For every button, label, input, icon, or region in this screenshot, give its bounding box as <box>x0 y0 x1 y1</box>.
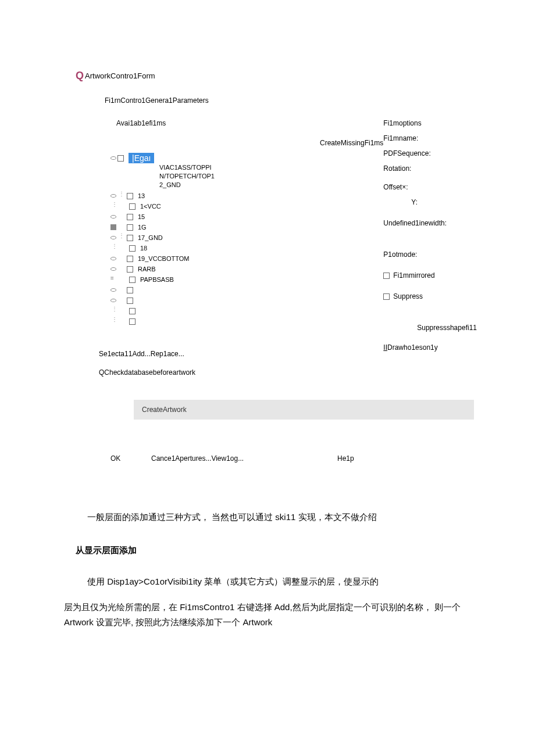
expand-icon[interactable] <box>110 215 116 218</box>
checkbox-icon[interactable] <box>129 308 135 314</box>
spacer <box>117 256 126 261</box>
offset-x-label: Offset×: <box>383 183 477 191</box>
bars-icon <box>110 277 119 282</box>
spacer <box>120 308 128 314</box>
available-films-label: Avai1ab1efi1ms <box>116 119 383 127</box>
expand-icon[interactable] <box>110 299 116 302</box>
plot-mode-label: P1otmode: <box>383 250 477 259</box>
expand-icon[interactable] <box>110 156 116 160</box>
tree-highlight-label[interactable]: |Egaı <box>129 153 154 163</box>
checkbox-icon[interactable] <box>127 224 133 231</box>
tree-sub-line: N/TOPETCH/TOP1 <box>159 172 383 181</box>
tree-item[interactable] <box>110 306 383 316</box>
tree-item-top[interactable]: |Egaı <box>110 153 383 163</box>
expand-icon[interactable] <box>110 194 116 198</box>
draw-holes-only[interactable]: IIDrawho1eson1y <box>383 343 477 352</box>
checkbox-icon[interactable] <box>117 155 124 162</box>
offset-y-label: Y: <box>411 198 477 206</box>
expand-icon[interactable] <box>110 236 116 239</box>
spacer <box>117 287 126 293</box>
tree-item-label: 15 <box>138 213 145 221</box>
tree-item-label: 1<VCC <box>140 203 161 210</box>
doc-paragraph-1: 一般层面的添加通过三种方式， 当然也可以通过 ski11 实现，本文不做介绍 <box>87 509 477 525</box>
spacer <box>117 224 126 230</box>
check-database-option[interactable]: QCheckdatabasebeforeartwork <box>99 368 383 377</box>
tabs-label[interactable]: Fi1rnContro1Genera1Parameters <box>105 96 477 105</box>
spacer <box>120 277 128 282</box>
suppress-label: Suppress <box>393 292 423 300</box>
films-tree[interactable]: |Egaı VIAC1ASS/TOPPI N/TOPETCH/TOP1 2_GN… <box>110 153 383 327</box>
checkbox-icon[interactable] <box>127 193 133 199</box>
tree-item-label: PAPBSASB <box>140 276 174 284</box>
tree-item[interactable]: 15 <box>110 212 383 222</box>
tree-item-label: 18 <box>140 245 147 252</box>
checkbox-icon[interactable] <box>383 293 390 300</box>
checkbox-icon[interactable] <box>127 235 133 241</box>
film-options-panel: Fi1moptions Fi1mname: PDFSequence: Rotat… <box>383 119 477 377</box>
tree-item-label: 19_VCCBOTTOM <box>138 255 189 263</box>
drawhole-label: Drawho1eson1y <box>387 343 438 352</box>
checkbox-icon[interactable] <box>129 318 135 325</box>
undefined-linewidth-label: Undefined1inewidth: <box>383 219 477 227</box>
doc-heading: 从显示层面添加 <box>76 545 477 556</box>
checkbox-icon[interactable] <box>127 256 133 262</box>
dialog-buttons: OK Cance1Apertures...View1og... He1p <box>110 454 477 463</box>
suppress-shape-fill[interactable]: Suppressshapefi11 <box>383 324 477 332</box>
ok-button[interactable]: OK <box>110 454 151 463</box>
dots-icon <box>110 318 119 324</box>
tree-item[interactable]: 13 <box>110 191 383 201</box>
tree-item[interactable]: 1<VCC <box>110 201 383 212</box>
film-mirrored-label: Fi1mmirrored <box>393 271 434 280</box>
tree-item[interactable] <box>110 285 383 295</box>
film-mirrored-checkbox[interactable]: Fi1mmirrored <box>383 271 477 280</box>
cancel-apertures-viewlog[interactable]: Cance1Apertures...View1og... <box>151 454 337 463</box>
spacer <box>120 203 128 209</box>
checkbox-icon[interactable] <box>127 287 133 293</box>
dialog-title: ArtworkContro1Form <box>85 71 155 80</box>
tree-item[interactable] <box>110 295 383 306</box>
tree-item[interactable]: 1G <box>110 222 383 232</box>
expand-icon[interactable] <box>110 257 116 260</box>
dots-icon <box>110 245 119 251</box>
expand-icon[interactable] <box>110 267 116 271</box>
pdf-sequence-label: PDFSequence: <box>383 149 477 157</box>
checkbox-icon[interactable] <box>127 298 133 304</box>
checkbox-icon[interactable] <box>127 214 133 220</box>
create-artwork-button[interactable]: CreateArtwork <box>134 400 474 420</box>
tree-sub-line: VIAC1ASS/TOPPI <box>159 163 383 172</box>
checkbox-icon[interactable] <box>383 273 390 279</box>
help-button[interactable]: He1p <box>337 454 354 463</box>
dots-icon <box>110 203 119 209</box>
checkbox-icon[interactable] <box>127 266 133 273</box>
filled-icon[interactable] <box>110 224 116 230</box>
tree-item[interactable]: 19_VCCBOTTOM <box>110 253 383 264</box>
checkbox-icon[interactable] <box>129 203 135 210</box>
spacer <box>117 266 126 272</box>
checkbox-icon[interactable] <box>129 277 135 283</box>
doc-paragraph-3: 层为且仅为光绘所需的层，在 Fi1msContro1 右键选择 Add,然后为此… <box>64 600 477 629</box>
dots-icon <box>117 193 126 199</box>
tree-item[interactable]: PAPBSASB <box>110 274 383 285</box>
spacer <box>117 214 126 220</box>
film-name-label: Fi1mname: <box>383 134 477 142</box>
dots-icon <box>117 235 126 241</box>
tree-item-label: RARB <box>138 266 156 273</box>
tree-item[interactable]: 17_GND <box>110 232 383 243</box>
tree-sub-line: 2_GND <box>159 181 383 189</box>
tree-item-label: 1G <box>138 224 147 231</box>
select-all-add-replace[interactable]: Se1ecta11Add...Rep1ace... <box>99 350 383 358</box>
main-area: Avai1ab1efi1ms CreateMissingFi1ms |Egaı … <box>76 119 477 377</box>
rotation-label: Rotation: <box>383 164 477 173</box>
suppress-checkbox[interactable]: Suppress <box>383 292 477 300</box>
doc-paragraph-2: 使用 Disp1ay>Co1orVisibi1ity 菜单（或其它方式）调整显示… <box>87 574 477 589</box>
tree-item[interactable] <box>110 316 383 327</box>
spacer <box>120 318 128 324</box>
create-missing-button[interactable]: CreateMissingFi1ms <box>320 139 383 147</box>
dots-icon <box>110 308 119 314</box>
left-column: Avai1ab1efi1ms CreateMissingFi1ms |Egaı … <box>76 119 383 377</box>
tree-item[interactable]: RARB <box>110 264 383 274</box>
tree-item[interactable]: 18 <box>110 243 383 253</box>
spacer <box>120 245 128 251</box>
checkbox-icon[interactable] <box>129 245 135 252</box>
expand-icon[interactable] <box>110 288 116 292</box>
